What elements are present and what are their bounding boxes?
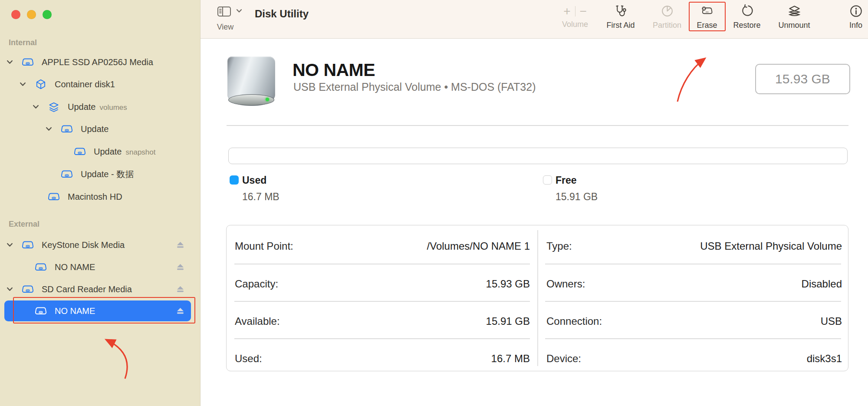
disk-icon — [22, 284, 34, 295]
sidebar-item-container-disk1[interactable]: Container disk1 — [0, 73, 201, 95]
toolbar-button-label: Info — [832, 21, 868, 30]
info-icon — [849, 4, 863, 18]
toolbar-button-label: Unmount — [770, 21, 818, 30]
sidebar-item-keystone-disk-media[interactable]: KeyStone Disk Media — [0, 234, 201, 256]
view-button-label: View — [216, 23, 235, 32]
details-row-divider — [234, 338, 530, 339]
eject-icon[interactable] — [176, 241, 184, 249]
chevron-down-icon[interactable] — [20, 82, 26, 87]
sidebar-item-text: Container disk1 — [55, 79, 115, 89]
sidebar-item-apple-ssd[interactable]: APPLE SSD AP0256J Media — [0, 51, 201, 73]
volume-plus-minus: + − — [551, 3, 599, 19]
detail-value: 15.91 GB — [313, 315, 530, 327]
sidebar-item-update-snapshot[interactable]: Updatesnapshot — [0, 141, 201, 162]
sidebar-item-label: Updatevolumes — [68, 102, 127, 112]
sidebar-item-text: Update - 数据 — [81, 169, 134, 179]
chevron-down-icon[interactable] — [46, 127, 52, 132]
detail-value: Disabled — [625, 278, 842, 290]
restore-icon — [740, 4, 754, 18]
details-row-divider — [545, 264, 841, 264]
sidebar-item-label: SD Card Reader Media — [42, 284, 132, 294]
chevron-down-icon[interactable] — [7, 60, 13, 65]
close-window-button[interactable] — [11, 10, 20, 19]
detail-label: Connection: — [546, 315, 602, 327]
minimize-window-button[interactable] — [27, 10, 36, 19]
sidebar-item-label: Container disk1 — [55, 79, 115, 89]
toolbar-divider — [575, 6, 575, 17]
sidebar-item-label: NO NAME — [55, 262, 95, 272]
free-legend-value: 15.91 GB — [556, 191, 598, 203]
disk-icon — [35, 262, 47, 273]
sidebar-item-update[interactable]: Update — [0, 118, 201, 140]
chevron-down-icon[interactable] — [33, 105, 39, 109]
usage-bar — [228, 148, 848, 164]
detail-value: /Volumes/NO NAME 1 — [313, 240, 530, 252]
detail-value: disk3s1 — [625, 353, 842, 365]
view-button[interactable]: View — [216, 5, 246, 35]
free-legend-swatch — [543, 175, 552, 185]
disk-icon — [61, 169, 73, 180]
detail-label: Available: — [235, 315, 280, 327]
chevron-down-icon[interactable] — [7, 243, 13, 248]
detail-label: Owners: — [546, 278, 585, 290]
used-legend-swatch — [230, 175, 239, 185]
eject-icon[interactable] — [176, 264, 184, 271]
chevron-down-icon[interactable] — [7, 287, 13, 292]
disk-icon — [61, 124, 73, 135]
toolbar-first-aid-button[interactable]: First Aid — [597, 3, 644, 36]
disk-utility-window: Internal APPLE SSD AP0256J Media Contain… — [0, 0, 868, 406]
detail-label: Mount Point: — [235, 240, 293, 252]
container-icon — [35, 79, 47, 90]
details-row-divider — [234, 301, 530, 302]
sidebar-item-macintosh-hd[interactable]: Macintosh HD — [0, 186, 201, 208]
header-divider — [227, 125, 848, 126]
drive-led — [266, 98, 269, 101]
detail-label: Device: — [546, 353, 581, 365]
used-legend-value: 16.7 MB — [242, 191, 279, 203]
sidebar-item-update-volumes[interactable]: Updatevolumes — [0, 96, 201, 118]
sidebar-item-text: APPLE SSD AP0256J Media — [42, 57, 153, 67]
disk-icon — [22, 240, 34, 251]
size-badge-value: 15.93 GB — [775, 72, 830, 86]
sidebar-item-text: Update — [68, 102, 96, 112]
toolbar-button-label: Volume — [551, 20, 599, 29]
toolbar-unmount-button[interactable]: Unmount — [770, 3, 818, 36]
zoom-window-button[interactable] — [43, 10, 52, 19]
sidebar-item-label: Update — [81, 124, 109, 134]
detail-value: USB — [625, 315, 842, 327]
free-legend-label: Free — [556, 175, 577, 186]
sidebar-item-text: NO NAME — [55, 262, 95, 272]
plus-icon: + — [563, 4, 570, 18]
unmount-icon — [788, 4, 801, 18]
toolbar-restore-button[interactable]: Restore — [723, 3, 771, 36]
eject-icon[interactable] — [176, 286, 184, 293]
sidebar-item-label: Macintosh HD — [68, 192, 122, 202]
details-column-divider — [537, 230, 538, 366]
sidebar-view-icon — [217, 6, 231, 17]
disk-icon — [22, 57, 34, 68]
details-row-divider — [545, 338, 841, 339]
annotation-box-selected-volume — [13, 297, 195, 323]
sidebar-item-label: KeyStone Disk Media — [42, 240, 125, 250]
disk-icon — [48, 191, 60, 202]
volume-subtitle: USB External Physical Volume • MS-DOS (F… — [293, 81, 536, 93]
toolbar-button-label: First Aid — [597, 21, 644, 30]
sidebar-section-external: External — [9, 220, 39, 229]
toolbar-button-label: Restore — [723, 21, 771, 30]
detail-label: Used: — [235, 353, 262, 365]
sidebar-item-text: Macintosh HD — [68, 192, 122, 201]
sidebar: Internal APPLE SSD AP0256J Media Contain… — [0, 0, 201, 406]
sidebar-section-internal: Internal — [9, 38, 37, 47]
sidebar-item-no-name-keystone[interactable]: NO NAME — [0, 256, 201, 278]
detail-label: Type: — [546, 240, 572, 252]
detail-value: 16.7 MB — [313, 353, 530, 365]
sidebar-item-update-data[interactable]: Update - 数据 — [0, 163, 201, 185]
sidebar-item-label: APPLE SSD AP0256J Media — [42, 57, 153, 67]
details-row-divider — [234, 264, 530, 264]
toolbar-info-button[interactable]: Info — [832, 3, 868, 36]
detail-label: Capacity: — [235, 278, 278, 290]
sidebar-item-suffix: snapshot — [126, 148, 156, 156]
annotation-arrow-erase — [677, 59, 704, 102]
sidebar-item-text: Update — [94, 147, 122, 156]
partition-icon — [661, 4, 674, 18]
